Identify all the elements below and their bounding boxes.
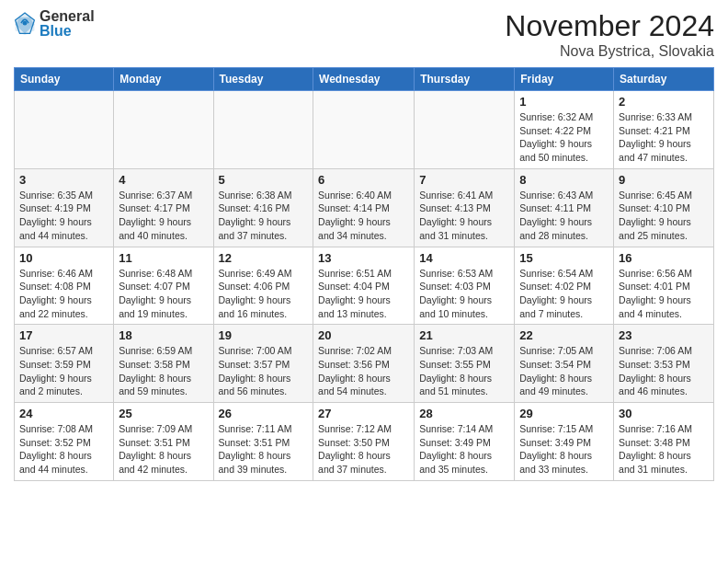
table-row: 27Sunrise: 7:12 AM Sunset: 3:50 PM Dayli… [313, 403, 415, 481]
day-number: 1 [519, 95, 609, 109]
table-row: 16Sunrise: 6:56 AM Sunset: 4:01 PM Dayli… [614, 247, 714, 325]
day-info: Sunrise: 6:35 AM Sunset: 4:19 PM Dayligh… [19, 189, 108, 243]
table-row [313, 91, 415, 169]
day-number: 24 [19, 407, 108, 420]
page: General Blue November 2024 Nova Bystrica… [0, 0, 728, 563]
day-info: Sunrise: 6:48 AM Sunset: 4:07 PM Dayligh… [119, 267, 208, 321]
day-info: Sunrise: 6:41 AM Sunset: 4:13 PM Dayligh… [419, 189, 509, 243]
table-row: 10Sunrise: 6:46 AM Sunset: 4:08 PM Dayli… [15, 247, 114, 325]
table-row [213, 91, 313, 169]
day-info: Sunrise: 7:06 AM Sunset: 3:53 PM Dayligh… [619, 344, 709, 398]
table-row: 20Sunrise: 7:02 AM Sunset: 3:56 PM Dayli… [313, 325, 415, 403]
day-info: Sunrise: 6:49 AM Sunset: 4:06 PM Dayligh… [219, 267, 309, 321]
day-number: 18 [119, 328, 208, 342]
table-row: 5Sunrise: 6:38 AM Sunset: 4:16 PM Daylig… [213, 168, 313, 247]
logo-icon [14, 11, 36, 37]
table-row: 29Sunrise: 7:15 AM Sunset: 3:49 PM Dayli… [515, 403, 614, 481]
day-info: Sunrise: 6:38 AM Sunset: 4:16 PM Dayligh… [219, 189, 309, 243]
day-info: Sunrise: 6:54 AM Sunset: 4:02 PM Dayligh… [519, 267, 609, 321]
day-number: 6 [318, 173, 409, 187]
table-row: 2Sunrise: 6:33 AM Sunset: 4:21 PM Daylig… [614, 91, 714, 169]
day-info: Sunrise: 7:16 AM Sunset: 3:48 PM Dayligh… [619, 422, 709, 477]
col-tuesday: Tuesday [213, 68, 313, 91]
day-info: Sunrise: 6:57 AM Sunset: 3:59 PM Dayligh… [19, 344, 108, 398]
table-row: 26Sunrise: 7:11 AM Sunset: 3:51 PM Dayli… [213, 403, 313, 481]
main-title: November 2024 [505, 9, 714, 43]
sub-title: Nova Bystrica, Slovakia [505, 43, 714, 60]
table-row: 17Sunrise: 6:57 AM Sunset: 3:59 PM Dayli… [15, 325, 114, 403]
day-number: 19 [219, 328, 309, 342]
day-info: Sunrise: 6:59 AM Sunset: 3:58 PM Dayligh… [119, 344, 208, 398]
week-row-2: 3Sunrise: 6:35 AM Sunset: 4:19 PM Daylig… [15, 168, 714, 247]
table-row: 21Sunrise: 7:03 AM Sunset: 3:55 PM Dayli… [415, 325, 515, 403]
day-number: 15 [519, 251, 609, 265]
table-row: 4Sunrise: 6:37 AM Sunset: 4:17 PM Daylig… [114, 168, 213, 247]
table-row: 18Sunrise: 6:59 AM Sunset: 3:58 PM Dayli… [114, 325, 213, 403]
week-row-5: 24Sunrise: 7:08 AM Sunset: 3:52 PM Dayli… [15, 403, 714, 481]
table-row: 9Sunrise: 6:45 AM Sunset: 4:10 PM Daylig… [614, 168, 714, 247]
col-saturday: Saturday [614, 68, 714, 91]
day-info: Sunrise: 7:09 AM Sunset: 3:51 PM Dayligh… [119, 422, 208, 477]
table-row: 28Sunrise: 7:14 AM Sunset: 3:49 PM Dayli… [415, 403, 515, 481]
day-info: Sunrise: 7:14 AM Sunset: 3:49 PM Dayligh… [419, 422, 509, 477]
day-info: Sunrise: 6:32 AM Sunset: 4:22 PM Dayligh… [519, 110, 609, 165]
col-wednesday: Wednesday [313, 68, 415, 91]
day-number: 2 [619, 95, 709, 109]
day-info: Sunrise: 6:53 AM Sunset: 4:03 PM Dayligh… [419, 267, 509, 321]
week-row-3: 10Sunrise: 6:46 AM Sunset: 4:08 PM Dayli… [15, 247, 714, 325]
table-row: 1Sunrise: 6:32 AM Sunset: 4:22 PM Daylig… [515, 91, 614, 169]
table-row: 24Sunrise: 7:08 AM Sunset: 3:52 PM Dayli… [15, 403, 114, 481]
logo-text: General Blue [40, 9, 95, 39]
day-info: Sunrise: 7:12 AM Sunset: 3:50 PM Dayligh… [318, 422, 409, 477]
day-info: Sunrise: 7:05 AM Sunset: 3:54 PM Dayligh… [519, 344, 609, 398]
day-number: 23 [619, 328, 709, 342]
col-monday: Monday [114, 68, 213, 91]
table-row [114, 91, 213, 169]
day-info: Sunrise: 6:40 AM Sunset: 4:14 PM Dayligh… [318, 189, 409, 243]
table-row: 23Sunrise: 7:06 AM Sunset: 3:53 PM Dayli… [614, 325, 714, 403]
day-number: 7 [419, 173, 509, 187]
table-row: 13Sunrise: 6:51 AM Sunset: 4:04 PM Dayli… [313, 247, 415, 325]
day-number: 27 [318, 407, 409, 420]
day-number: 16 [619, 251, 709, 265]
day-number: 3 [19, 173, 108, 187]
day-number: 20 [318, 328, 409, 342]
col-friday: Friday [515, 68, 614, 91]
day-info: Sunrise: 6:43 AM Sunset: 4:11 PM Dayligh… [519, 189, 609, 243]
table-row: 22Sunrise: 7:05 AM Sunset: 3:54 PM Dayli… [515, 325, 614, 403]
day-info: Sunrise: 6:45 AM Sunset: 4:10 PM Dayligh… [619, 189, 709, 243]
day-info: Sunrise: 6:46 AM Sunset: 4:08 PM Dayligh… [19, 267, 108, 321]
day-number: 9 [619, 173, 709, 187]
day-number: 22 [519, 328, 609, 342]
day-number: 5 [219, 173, 309, 187]
day-number: 12 [219, 251, 309, 265]
logo-blue-text: Blue [40, 24, 95, 39]
table-row [415, 91, 515, 169]
day-number: 8 [519, 173, 609, 187]
logo: General Blue [14, 9, 95, 39]
weekday-header-row: Sunday Monday Tuesday Wednesday Thursday… [15, 68, 714, 91]
table-row [15, 91, 114, 169]
table-row: 8Sunrise: 6:43 AM Sunset: 4:11 PM Daylig… [515, 168, 614, 247]
week-row-1: 1Sunrise: 6:32 AM Sunset: 4:22 PM Daylig… [15, 91, 714, 169]
table-row: 7Sunrise: 6:41 AM Sunset: 4:13 PM Daylig… [415, 168, 515, 247]
day-info: Sunrise: 7:15 AM Sunset: 3:49 PM Dayligh… [519, 422, 609, 477]
logo-general-text: General [40, 9, 95, 24]
day-info: Sunrise: 7:08 AM Sunset: 3:52 PM Dayligh… [19, 422, 108, 477]
table-row: 12Sunrise: 6:49 AM Sunset: 4:06 PM Dayli… [213, 247, 313, 325]
day-info: Sunrise: 6:33 AM Sunset: 4:21 PM Dayligh… [619, 110, 709, 165]
day-info: Sunrise: 6:37 AM Sunset: 4:17 PM Dayligh… [119, 189, 208, 243]
day-number: 21 [419, 328, 509, 342]
day-number: 14 [419, 251, 509, 265]
day-number: 28 [419, 407, 509, 420]
table-row: 30Sunrise: 7:16 AM Sunset: 3:48 PM Dayli… [614, 403, 714, 481]
week-row-4: 17Sunrise: 6:57 AM Sunset: 3:59 PM Dayli… [15, 325, 714, 403]
title-block: November 2024 Nova Bystrica, Slovakia [505, 9, 714, 60]
svg-point-1 [23, 21, 28, 26]
day-number: 30 [619, 407, 709, 420]
day-number: 10 [19, 251, 108, 265]
day-number: 11 [119, 251, 208, 265]
day-info: Sunrise: 7:02 AM Sunset: 3:56 PM Dayligh… [318, 344, 409, 398]
day-info: Sunrise: 7:03 AM Sunset: 3:55 PM Dayligh… [419, 344, 509, 398]
day-info: Sunrise: 7:00 AM Sunset: 3:57 PM Dayligh… [219, 344, 309, 398]
